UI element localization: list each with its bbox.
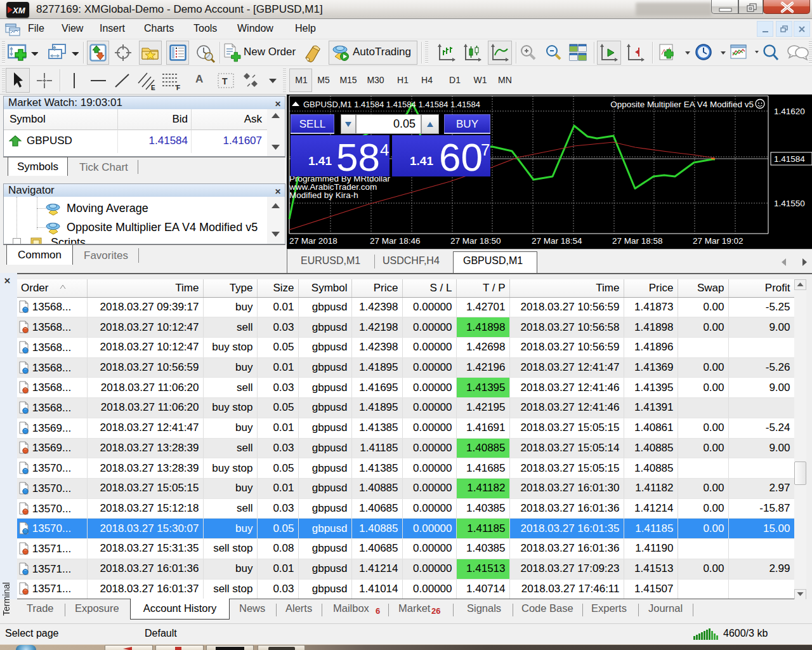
svg-text:Opposite Multiplier EA V4 Modi: Opposite Multiplier EA V4 Modified v5	[610, 100, 754, 109]
svg-text:27 Mar 18:54: 27 Mar 18:54	[532, 236, 582, 246]
svg-text:27 Mar 19:02: 27 Mar 19:02	[693, 236, 743, 246]
svg-text:27 Mar 18:46: 27 Mar 18:46	[370, 236, 421, 246]
svg-text:27 Mar 18:50: 27 Mar 18:50	[450, 236, 501, 246]
svg-text:1.41584: 1.41584	[774, 154, 805, 164]
svg-text:XM: XM	[12, 6, 26, 15]
svg-text:Modified by Kira-h: Modified by Kira-h	[289, 190, 358, 200]
svg-text:1.41550: 1.41550	[774, 199, 805, 208]
svg-text:E: E	[151, 84, 155, 91]
svg-text:27 Mar 18:58: 27 Mar 18:58	[612, 236, 663, 246]
svg-text:GBPUSD,M1 1.41584 1.41584 1.4: GBPUSD,M1 1.41584 1.41584 1.41584 1.4158…	[303, 100, 480, 109]
svg-text:1.41620: 1.41620	[774, 107, 805, 116]
svg-text:F: F	[176, 84, 180, 91]
svg-text:T: T	[222, 76, 228, 86]
svg-text:27 Mar 2018: 27 Mar 2018	[289, 236, 337, 246]
